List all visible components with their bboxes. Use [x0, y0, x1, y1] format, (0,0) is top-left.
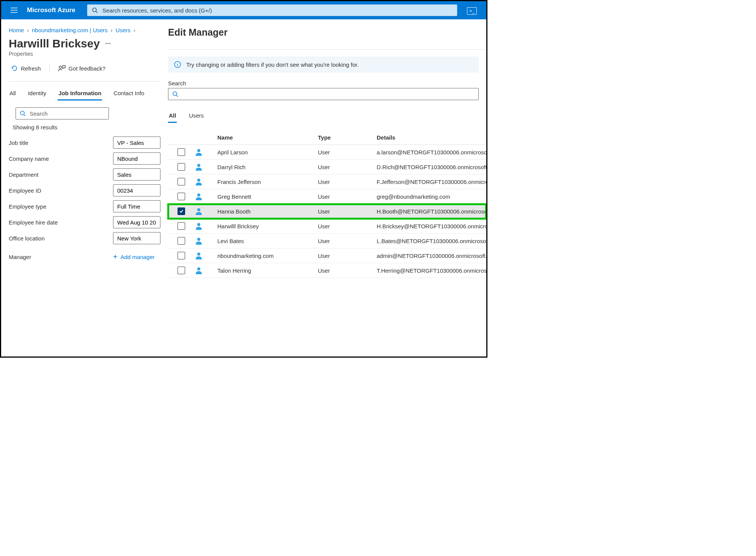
panel-title: Edit Manager — [168, 27, 486, 38]
global-search-placeholder: Search resources, services, and docs (G+… — [102, 7, 212, 14]
user-icon — [195, 177, 217, 186]
row-name: nboundmarketing.com — [217, 253, 318, 259]
row-checkbox[interactable] — [178, 237, 185, 245]
column-details[interactable]: Details — [377, 134, 486, 141]
property-input[interactable] — [113, 232, 160, 244]
svg-point-5 — [59, 66, 61, 68]
property-row: Employee ID — [9, 184, 160, 196]
table-row[interactable]: Hanna Booth User H.Booth@NETORGFT1030000… — [168, 204, 486, 219]
manager-label: Manager — [9, 254, 113, 260]
column-type[interactable]: Type — [318, 134, 377, 141]
svg-line-7 — [24, 115, 25, 116]
row-checkbox[interactable] — [178, 252, 185, 259]
breadcrumb: Home › nboundmarketing.com | Users › Use… — [9, 25, 160, 37]
property-input[interactable] — [113, 152, 160, 165]
row-type: User — [318, 149, 377, 155]
row-name: Hanna Booth — [217, 208, 318, 215]
row-checkbox[interactable] — [178, 163, 185, 171]
panel-search-input[interactable] — [168, 88, 479, 100]
property-input[interactable] — [113, 168, 160, 181]
property-input[interactable] — [113, 184, 160, 196]
user-icon — [195, 251, 217, 260]
refresh-button[interactable]: Refresh — [9, 63, 43, 73]
row-type: User — [318, 223, 377, 229]
property-label: Employee hire date — [9, 219, 113, 226]
row-type: User — [318, 164, 377, 170]
property-row: Employee type — [9, 200, 160, 212]
hamburger-icon[interactable] — [5, 6, 23, 15]
table-row[interactable]: nboundmarketing.com User admin@NETORGFT1… — [168, 248, 486, 263]
property-input[interactable] — [113, 200, 160, 212]
search-icon — [172, 91, 178, 97]
user-icon — [195, 148, 217, 156]
table-row[interactable]: Harwilll Bricksey User H.Bricksey@NETORG… — [168, 219, 486, 234]
row-details: greg@nboundmarketing.com — [377, 193, 486, 200]
row-details: F.Jefferson@NETORGFT10300006.onmicrosoft… — [377, 179, 486, 185]
row-details: D.Rich@NETORGFT10300006.onmicrosoft.com — [377, 164, 486, 170]
top-bar: Microsoft Azure Search resources, servic… — [1, 1, 486, 19]
breadcrumb-users[interactable]: Users — [116, 27, 130, 33]
cloud-shell-button[interactable]: >_ — [461, 6, 483, 14]
row-name: Harwilll Bricksey — [217, 223, 318, 229]
user-icon — [195, 222, 217, 230]
table-row[interactable]: Greg Bennett User greg@nboundmarketing.c… — [168, 189, 486, 204]
tab-identity[interactable]: Identity — [27, 87, 47, 101]
panel-tab-users[interactable]: Users — [188, 111, 204, 123]
property-row: Job title — [9, 137, 160, 149]
table-row[interactable]: Talon Herring User T.Herring@NETORGFT103… — [168, 263, 486, 278]
panel-tab-all[interactable]: All — [168, 111, 177, 123]
row-name: Greg Bennett — [217, 193, 318, 200]
divider — [168, 49, 486, 50]
svg-point-16 — [197, 193, 200, 196]
global-search-input[interactable]: Search resources, services, and docs (G+… — [87, 4, 457, 16]
brand-label: Microsoft Azure — [23, 6, 83, 14]
row-checkbox[interactable] — [178, 207, 185, 215]
add-manager-button[interactable]: +Add manager — [113, 253, 155, 261]
svg-point-6 — [20, 111, 24, 115]
search-icon — [20, 110, 26, 116]
row-details: H.Booth@NETORGFT10300006.onmicrosoft.com — [377, 208, 486, 215]
svg-point-18 — [197, 223, 200, 226]
svg-point-21 — [197, 267, 200, 270]
property-row: Department — [9, 168, 160, 181]
page-title: Harwilll Bricksey — [9, 37, 100, 50]
breadcrumb-org[interactable]: nboundmarketing.com | Users — [32, 27, 108, 33]
feedback-button[interactable]: Got feedback? — [56, 63, 108, 74]
property-row: Employee hire date — [9, 216, 160, 228]
row-type: User — [318, 193, 377, 200]
breadcrumb-home[interactable]: Home — [9, 27, 24, 33]
tab-job-information[interactable]: Job Information — [58, 87, 102, 101]
properties-search-input[interactable]: Search — [16, 107, 109, 119]
row-name: April Larson — [217, 149, 318, 155]
property-input[interactable] — [113, 137, 160, 149]
table-row[interactable]: April Larson User a.larson@NETORGFT10300… — [168, 145, 486, 160]
tab-contact-info[interactable]: Contact Info — [113, 87, 145, 101]
info-icon — [174, 61, 181, 68]
property-input[interactable] — [113, 216, 160, 228]
table-row[interactable]: Levi Bates User L.Bates@NETORGFT10300006… — [168, 234, 486, 248]
svg-point-17 — [197, 208, 200, 211]
row-checkbox[interactable] — [178, 222, 185, 230]
row-checkbox[interactable] — [178, 267, 185, 274]
properties-search-placeholder: Search — [30, 110, 48, 117]
row-type: User — [318, 238, 377, 244]
chevron-right-icon: › — [111, 27, 113, 33]
row-details: T.Herring@NETORGFT10300006.onmicrosoft.c… — [377, 267, 486, 274]
more-icon[interactable]: ··· — [105, 40, 111, 48]
user-icon — [195, 237, 217, 245]
table-row[interactable]: Darryl Rich User D.Rich@NETORGFT10300006… — [168, 160, 486, 174]
row-name: Francis Jefferson — [217, 179, 318, 185]
svg-point-15 — [197, 179, 200, 182]
svg-line-12 — [176, 95, 178, 97]
row-type: User — [318, 267, 377, 274]
row-type: User — [318, 208, 377, 215]
table-row[interactable]: Francis Jefferson User F.Jefferson@NETOR… — [168, 174, 486, 189]
property-label: Job title — [9, 140, 113, 146]
svg-point-20 — [197, 253, 200, 256]
person-feedback-icon — [58, 64, 66, 72]
column-name[interactable]: Name — [217, 134, 318, 141]
row-checkbox[interactable] — [178, 178, 185, 185]
row-checkbox[interactable] — [178, 193, 185, 200]
tab-all[interactable]: All — [9, 87, 17, 101]
row-checkbox[interactable] — [178, 148, 185, 156]
